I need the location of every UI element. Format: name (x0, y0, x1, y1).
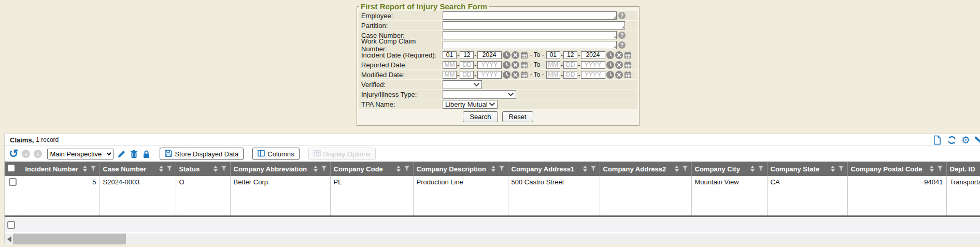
calendar-icon[interactable] (520, 61, 528, 69)
time-picker-icon[interactable] (606, 51, 614, 59)
column-header-incident-number[interactable]: Incident Number (22, 162, 100, 176)
new-document-icon[interactable] (932, 135, 942, 145)
work-comp-input[interactable] (443, 41, 617, 49)
previous-perspective-icon[interactable]: ‹ (22, 150, 30, 158)
column-header-company-description[interactable]: Company Description (413, 162, 508, 176)
sort-icon[interactable] (831, 166, 835, 172)
sort-icon[interactable] (675, 166, 679, 172)
help-icon[interactable]: ? (618, 41, 626, 49)
search-button[interactable]: Search (463, 111, 498, 122)
modified-from-year-input[interactable] (477, 71, 502, 79)
employee-input[interactable] (443, 11, 617, 20)
verified-select[interactable] (443, 80, 482, 89)
calendar-icon[interactable] (520, 71, 528, 79)
table-row[interactable]: 5 S2024-0003 O Better Corp. PL Productio… (5, 176, 980, 215)
modified-from-day-input[interactable] (460, 71, 474, 79)
delete-trash-icon[interactable] (130, 150, 138, 158)
column-header-company-state[interactable]: Company State (767, 162, 847, 176)
lock-icon[interactable] (142, 150, 151, 158)
incident-to-day-input[interactable] (563, 51, 577, 59)
sort-icon[interactable] (214, 166, 218, 172)
calendar-icon[interactable] (624, 71, 632, 79)
gear-icon[interactable]: ⚙ (961, 135, 970, 145)
select-all-header[interactable] (5, 162, 22, 176)
next-perspective-icon[interactable]: › (34, 150, 42, 158)
horizontal-scrollbar[interactable] (5, 234, 980, 244)
partition-input[interactable] (443, 21, 625, 30)
filter-funnel-icon[interactable] (758, 165, 764, 173)
columns-button[interactable]: Columns (252, 148, 299, 160)
column-header-company-abbreviation[interactable]: Company Abbreviation (230, 162, 330, 176)
calendar-icon[interactable] (520, 51, 528, 59)
incident-to-year-input[interactable] (581, 51, 605, 59)
sort-icon[interactable] (750, 166, 755, 172)
incident-to-month-input[interactable] (546, 51, 560, 59)
reported-from-month-input[interactable] (443, 61, 457, 69)
column-header-dept-id[interactable]: Dept. ID (946, 162, 980, 176)
clear-date-icon[interactable] (512, 71, 519, 79)
undo-icon[interactable]: ↺ (9, 148, 18, 159)
column-header-company-address1[interactable]: Company Address1 (508, 162, 600, 176)
scroll-left-arrow-icon[interactable] (7, 236, 11, 242)
reset-button[interactable]: Reset (502, 111, 533, 122)
store-displayed-data-button[interactable]: Store Displayed Data (160, 148, 244, 160)
edit-pencil-icon[interactable] (117, 150, 126, 158)
filter-funnel-icon[interactable] (221, 165, 227, 173)
case-number-input[interactable] (443, 31, 617, 39)
time-picker-icon[interactable] (606, 61, 614, 69)
time-picker-icon[interactable] (503, 61, 510, 69)
select-all-checkbox[interactable] (8, 165, 15, 171)
reported-from-day-input[interactable] (460, 61, 474, 69)
filter-funnel-icon[interactable] (682, 165, 688, 173)
reported-from-year-input[interactable] (477, 61, 502, 69)
partial-edge-icon[interactable] (975, 135, 980, 145)
reported-to-month-input[interactable] (546, 61, 560, 69)
modified-from-month-input[interactable] (443, 71, 457, 79)
sort-icon[interactable] (930, 166, 934, 172)
column-header-company-code[interactable]: Company Code (330, 162, 413, 176)
column-header-company-city[interactable]: Company City (691, 162, 767, 176)
time-picker-icon[interactable] (503, 51, 510, 59)
injury-type-select[interactable] (443, 90, 516, 99)
help-icon[interactable]: ? (618, 32, 626, 39)
time-picker-icon[interactable] (503, 71, 510, 79)
column-header-status[interactable]: Status (176, 162, 230, 176)
tpa-name-select[interactable]: Liberty Mutual (443, 100, 498, 109)
time-picker-icon[interactable] (606, 71, 614, 79)
reported-to-day-input[interactable] (563, 61, 577, 69)
help-icon[interactable]: ? (618, 12, 626, 19)
incident-from-year-input[interactable] (477, 51, 502, 59)
filter-funnel-icon[interactable] (166, 165, 173, 173)
modified-to-year-input[interactable] (581, 71, 605, 79)
filter-funnel-icon[interactable] (499, 165, 505, 173)
filter-funnel-icon[interactable] (90, 165, 96, 173)
modified-to-day-input[interactable] (563, 71, 577, 79)
sort-icon[interactable] (491, 166, 495, 172)
calendar-icon[interactable] (624, 51, 632, 59)
filter-funnel-icon[interactable] (404, 165, 410, 173)
filter-funnel-icon[interactable] (590, 165, 596, 173)
clear-date-icon[interactable] (615, 71, 623, 79)
column-header-case-number[interactable]: Case Number (100, 162, 176, 176)
calendar-icon[interactable] (624, 61, 632, 69)
filter-funnel-icon[interactable] (838, 165, 844, 173)
row-select-cell[interactable] (5, 176, 22, 215)
sort-icon[interactable] (83, 166, 87, 172)
filter-funnel-icon[interactable] (937, 165, 943, 173)
sort-icon[interactable] (396, 166, 401, 172)
incident-from-month-input[interactable] (443, 51, 457, 59)
clear-date-icon[interactable] (615, 61, 623, 69)
clear-date-icon[interactable] (615, 51, 623, 59)
perspective-select[interactable]: Main Perspective (47, 149, 113, 159)
sort-icon[interactable] (583, 166, 587, 172)
clear-date-icon[interactable] (512, 51, 519, 59)
filter-funnel-icon[interactable] (321, 165, 327, 173)
row-checkbox[interactable] (9, 178, 17, 186)
modified-to-month-input[interactable] (546, 71, 560, 79)
sort-icon[interactable] (159, 166, 163, 172)
clear-date-icon[interactable] (512, 61, 519, 69)
incident-from-day-input[interactable] (460, 51, 474, 59)
sort-icon[interactable] (314, 166, 318, 172)
footer-checkbox[interactable] (7, 221, 15, 229)
column-header-company-postal-code[interactable]: Company Postal Code (847, 162, 946, 176)
